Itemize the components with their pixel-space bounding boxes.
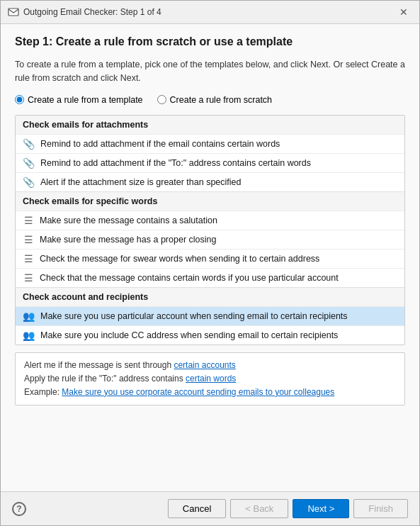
attach-icon-3: 📎 bbox=[23, 177, 35, 188]
info-box: Alert me if the message is sent through … bbox=[15, 352, 405, 406]
title-bar-left: Outgoing Email Checker: Step 1 of 4 bbox=[8, 6, 161, 18]
template-label-remind-email: Remind to add attachment if the email co… bbox=[40, 139, 280, 149]
template-list: Check emails for attachments 📎 Remind to… bbox=[15, 115, 405, 345]
attach-icon-2: 📎 bbox=[23, 157, 35, 169]
template-label-alert-size: Alert if the attachment size is greater … bbox=[40, 177, 241, 187]
envelope-icon bbox=[8, 6, 19, 18]
lines-icon-2: ☰ bbox=[23, 234, 34, 245]
footer-left: ? bbox=[12, 502, 26, 516]
info-line1-link[interactable]: certain accounts bbox=[174, 360, 235, 370]
template-item-closing[interactable]: ☰ Make sure the message has a proper clo… bbox=[16, 230, 404, 249]
template-item-alert-size[interactable]: 📎 Alert if the attachment size is greate… bbox=[16, 172, 404, 191]
section-header-words: Check emails for specific words bbox=[16, 191, 404, 211]
footer: ? Cancel < Back Next > Finish bbox=[1, 491, 419, 525]
step-title: Step 1: Create a rule from scratch or us… bbox=[15, 35, 405, 48]
template-label-salutation: Make sure the message contains a salutat… bbox=[40, 216, 217, 225]
template-item-cc-address[interactable]: 👥 Make sure you include CC address when … bbox=[16, 325, 404, 345]
info-line-3: Example: Make sure you use corporate acc… bbox=[24, 386, 396, 399]
lines-icon-1: ☰ bbox=[23, 215, 34, 226]
section-header-account: Check account and recipients bbox=[16, 287, 404, 306]
radio-template-label: Create a rule from a template bbox=[28, 95, 143, 105]
help-button[interactable]: ? bbox=[12, 502, 26, 516]
template-label-cc-address: Make sure you include CC address when se… bbox=[40, 330, 338, 340]
template-item-swear[interactable]: ☰ Check the message for swear words when… bbox=[16, 249, 404, 268]
description-text: To create a rule from a template, pick o… bbox=[15, 58, 405, 85]
svg-rect-0 bbox=[8, 9, 18, 16]
template-item-particular-account[interactable]: 👥 Make sure you use particular account w… bbox=[16, 306, 404, 325]
main-window: Outgoing Email Checker: Step 1 of 4 ✕ St… bbox=[0, 0, 420, 526]
radio-group: Create a rule from a template Create a r… bbox=[15, 92, 405, 108]
info-line3-prefix: Example: bbox=[24, 387, 62, 397]
attach-icon-1: 📎 bbox=[23, 138, 35, 150]
people-icon-1: 👥 bbox=[23, 310, 35, 322]
info-line-2: Apply the rule if the "To:" address cont… bbox=[24, 372, 396, 386]
lines-icon-4: ☰ bbox=[23, 272, 34, 284]
title-bar: Outgoing Email Checker: Step 1 of 4 ✕ bbox=[1, 1, 419, 24]
radio-scratch-input[interactable] bbox=[157, 95, 166, 104]
lines-icon-3: ☰ bbox=[23, 253, 34, 264]
template-label-closing: Make sure the message has a proper closi… bbox=[40, 235, 216, 245]
template-label-remind-to: Remind to add attachment if the "To:" ad… bbox=[40, 158, 311, 168]
info-line-1: Alert me if the message is sent through … bbox=[24, 359, 396, 372]
next-button[interactable]: Next > bbox=[293, 499, 349, 518]
template-label-swear: Check the message for swear words when s… bbox=[40, 254, 319, 264]
section-header-attachments: Check emails for attachments bbox=[16, 116, 404, 134]
footer-buttons: Cancel < Back Next > Finish bbox=[168, 499, 408, 518]
people-icon-2: 👥 bbox=[23, 330, 35, 341]
content-area: Step 1: Create a rule from scratch or us… bbox=[1, 24, 419, 491]
template-label-certain-words: Check that the message contains certain … bbox=[40, 273, 339, 283]
radio-template-option[interactable]: Create a rule from a template bbox=[15, 95, 143, 105]
info-line2-link[interactable]: certain words bbox=[186, 374, 236, 384]
cancel-button[interactable]: Cancel bbox=[168, 499, 226, 518]
finish-button[interactable]: Finish bbox=[353, 499, 408, 518]
info-line3-link[interactable]: Make sure you use corporate account send… bbox=[62, 387, 334, 397]
close-button[interactable]: ✕ bbox=[395, 5, 412, 19]
back-button[interactable]: < Back bbox=[230, 499, 288, 518]
radio-template-input[interactable] bbox=[15, 95, 24, 104]
radio-scratch-option[interactable]: Create a rule from scratch bbox=[157, 95, 273, 105]
template-label-particular-account: Make sure you use particular account whe… bbox=[40, 311, 348, 321]
window-title: Outgoing Email Checker: Step 1 of 4 bbox=[23, 7, 161, 17]
template-item-remind-to[interactable]: 📎 Remind to add attachment if the "To:" … bbox=[16, 153, 404, 172]
radio-scratch-label: Create a rule from scratch bbox=[170, 95, 273, 105]
template-item-remind-email[interactable]: 📎 Remind to add attachment if the email … bbox=[16, 134, 404, 153]
template-item-salutation[interactable]: ☰ Make sure the message contains a salut… bbox=[16, 211, 404, 230]
template-item-certain-words[interactable]: ☰ Check that the message contains certai… bbox=[16, 268, 404, 287]
info-line2-prefix: Apply the rule if the "To:" address cont… bbox=[24, 374, 186, 384]
info-line1-prefix: Alert me if the message is sent through bbox=[24, 360, 174, 370]
